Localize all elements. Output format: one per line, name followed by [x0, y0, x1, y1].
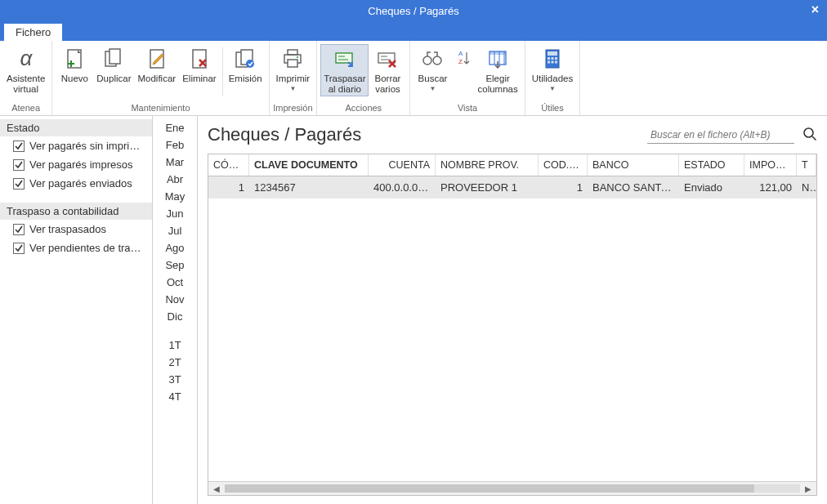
window-title: Cheques / Pagarés: [368, 5, 458, 17]
th-importe[interactable]: IMPORTE: [744, 154, 797, 176]
cheque-transfer-icon: [332, 46, 358, 72]
tab-fichero[interactable]: Fichero: [4, 24, 62, 41]
month-ago[interactable]: Ago: [153, 239, 197, 256]
th-cuenta[interactable]: CUENTA: [369, 154, 436, 176]
quarter-3t[interactable]: 3T: [153, 371, 197, 388]
td-codban: 1: [539, 176, 588, 198]
horizontal-scrollbar[interactable]: ◀ ▶: [208, 481, 816, 495]
check-label: Ver pendientes de traspasar: [29, 242, 144, 254]
month-feb[interactable]: Feb: [153, 136, 197, 154]
month-may[interactable]: May: [153, 188, 197, 205]
imprimir-button[interactable]: Imprimir ▼: [273, 44, 314, 94]
document-new-icon: [61, 46, 87, 72]
svg-text:A: A: [458, 50, 463, 57]
th-extra[interactable]: T: [797, 154, 816, 176]
chevron-down-icon: ▼: [289, 85, 296, 92]
svg-rect-17: [336, 53, 352, 63]
search-input[interactable]: [647, 127, 794, 144]
ribbon: α Asistente virtual Atenea Nuevo Duplica…: [0, 41, 827, 116]
svg-point-16: [297, 56, 298, 58]
th-banco[interactable]: BANCO: [588, 154, 679, 176]
th-estado[interactable]: ESTADO: [679, 154, 744, 176]
modificar-button[interactable]: Modificar: [135, 44, 180, 86]
sidebar: Estado Ver pagarés sin imprimir Ver paga…: [0, 116, 153, 504]
svg-rect-20: [378, 53, 395, 63]
month-abr[interactable]: Abr: [153, 171, 197, 188]
emision-button[interactable]: Emisión: [226, 44, 266, 86]
scroll-right-icon[interactable]: ▶: [802, 484, 815, 493]
traspasar-diario-button[interactable]: Traspasar al diario: [320, 44, 369, 96]
check-pagares-enviados[interactable]: Ver pagarés enviados: [0, 174, 152, 193]
cheque-delete-icon: [374, 46, 400, 72]
month-ene[interactable]: Ene: [153, 119, 197, 136]
th-codban[interactable]: COD.BAN...: [539, 154, 588, 176]
td-nombre: PROVEEDOR 1: [436, 176, 539, 198]
month-jun[interactable]: Jun: [153, 205, 197, 222]
svg-rect-46: [14, 243, 25, 253]
th-codigo[interactable]: CÓDI...: [208, 154, 249, 176]
svg-rect-43: [14, 159, 25, 170]
document-edit-icon: [144, 46, 170, 72]
elegir-columnas-button[interactable]: Elegir columnas: [474, 44, 521, 96]
month-dic[interactable]: Dic: [153, 308, 197, 325]
td-banco: BANCO SANTAN...: [588, 176, 679, 198]
alpha-icon: α: [13, 46, 39, 72]
month-sep[interactable]: Sep: [153, 256, 197, 274]
asistente-virtual-button[interactable]: α Asistente virtual: [3, 44, 48, 96]
columns-icon: [485, 46, 511, 72]
td-importe: 121,00: [744, 176, 797, 198]
content-header: Cheques / Pagarés: [208, 124, 817, 145]
th-clave[interactable]: CLAVE DOCUMENTO: [249, 154, 369, 176]
ribbon-group-label-vista: Vista: [414, 101, 521, 115]
svg-rect-40: [551, 61, 553, 64]
buscar-button[interactable]: Buscar ▼: [414, 44, 451, 94]
chevron-down-icon: ▼: [549, 85, 556, 92]
svg-rect-33: [489, 51, 506, 55]
svg-rect-13: [288, 50, 297, 55]
utilidades-button[interactable]: Utilidades ▼: [529, 44, 577, 94]
table-body: 1 1234567 400.0.0.000... PROVEEDOR 1 1 B…: [208, 176, 816, 481]
ribbon-group-label-mantenimiento: Mantenimiento: [56, 101, 265, 115]
quarter-1t[interactable]: 1T: [153, 337, 197, 354]
duplicar-button[interactable]: Duplicar: [93, 44, 134, 86]
month-jul[interactable]: Jul: [153, 222, 197, 239]
borrar-varios-button[interactable]: Borrar varios: [369, 44, 406, 96]
check-pagares-sin-imprimir[interactable]: Ver pagarés sin imprimir: [0, 136, 152, 155]
check-label: Ver pagarés sin imprimir: [29, 140, 144, 152]
ribbon-group-label-impresion: Impresión: [273, 101, 314, 115]
nuevo-button[interactable]: Nuevo: [56, 44, 93, 86]
svg-rect-38: [555, 57, 557, 60]
search-icon[interactable]: [802, 127, 817, 144]
checkbox-checked-icon: [13, 140, 25, 152]
svg-point-26: [433, 56, 441, 65]
months-panel: Ene Feb Mar Abr May Jun Jul Ago Sep Oct …: [153, 116, 198, 504]
td-codigo: 1: [208, 176, 249, 198]
table: CÓDI... CLAVE DOCUMENTO CUENTA NOMBRE PR…: [208, 154, 817, 496]
svg-rect-45: [14, 224, 25, 234]
quarter-4t[interactable]: 4T: [153, 388, 197, 405]
sort-button[interactable]: AZ: [451, 44, 474, 74]
eliminar-button[interactable]: Eliminar: [179, 44, 220, 86]
ribbon-group-atenea: α Asistente virtual Atenea: [0, 41, 52, 115]
th-nombre[interactable]: NOMBRE PROV.: [436, 154, 539, 176]
check-pendientes-traspasar[interactable]: Ver pendientes de traspasar: [0, 239, 152, 257]
scroll-left-icon[interactable]: ◀: [210, 484, 223, 493]
check-pagares-impresos[interactable]: Ver pagarés impresos: [0, 155, 152, 174]
td-estado: Enviado: [679, 176, 744, 198]
check-traspasados[interactable]: Ver traspasados: [0, 220, 152, 239]
month-oct[interactable]: Oct: [153, 274, 197, 291]
scroll-track[interactable]: [225, 484, 800, 493]
month-nov[interactable]: Nov: [153, 291, 197, 308]
month-mar[interactable]: Mar: [153, 154, 197, 171]
quarter-2t[interactable]: 2T: [153, 354, 197, 371]
table-row[interactable]: 1 1234567 400.0.0.000... PROVEEDOR 1 1 B…: [208, 176, 816, 198]
close-icon[interactable]: ×: [811, 2, 819, 17]
checkbox-checked-icon: [13, 159, 25, 171]
svg-rect-5: [110, 49, 120, 64]
page-title: Cheques / Pagarés: [208, 124, 361, 145]
scroll-thumb[interactable]: [225, 484, 754, 493]
check-label: Ver pagarés impresos: [29, 158, 132, 171]
main: Estado Ver pagarés sin imprimir Ver paga…: [0, 116, 827, 504]
ribbon-group-vista: Buscar ▼ AZ Elegir columnas Vista: [410, 41, 525, 115]
tabbar: Fichero: [0, 21, 827, 41]
